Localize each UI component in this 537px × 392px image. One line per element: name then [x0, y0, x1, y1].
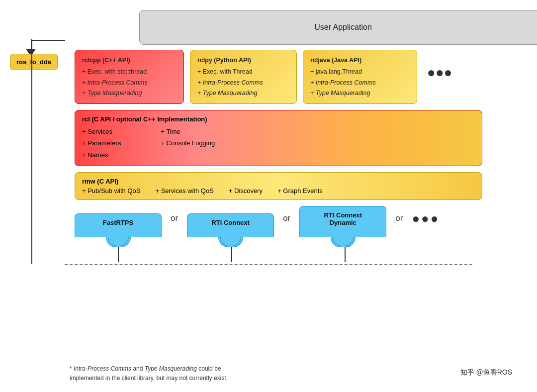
rclpy-item-0: + Exec. with Thread — [197, 67, 289, 77]
rclcpp-title: rclcpp (C++ API) — [82, 55, 177, 66]
rmw-features: + Pub/Sub with QoS + Services with QoS +… — [82, 187, 475, 195]
or-label-1: or — [162, 213, 187, 237]
rcl-full-title: rcl (C API / optional C++ Implementation… — [82, 115, 475, 123]
or-label-2: or — [274, 213, 299, 237]
dds-row: FastRTPS or RTI Connext or RTI ConnextDy… — [75, 206, 482, 237]
rclpy-box: rclpy (Python API) + Exec. with Thread +… — [190, 50, 297, 104]
rcl-col1-item-1: + Parameters — [82, 137, 121, 149]
rcl-row: rclcpp (C++ API) + Exec. with std::threa… — [75, 50, 527, 104]
rclcpp-item-1: + Intra-Process Comms — [82, 78, 177, 88]
fastrtps-label: FastRTPS — [103, 219, 133, 226]
horiz-connector-top — [31, 40, 65, 41]
rti-connext-label: RTI Connext — [211, 219, 250, 226]
rcl-col1-item-2: + Names — [82, 149, 121, 161]
rcl-full-box: rcl (C API / optional C++ Implementation… — [75, 110, 482, 166]
rmw-feature-3: + Graph Events — [277, 187, 323, 195]
rcljava-box: rcljava (Java API) + java.lang.Thread + … — [303, 50, 417, 104]
rmw-feature-2: + Discovery — [229, 187, 263, 195]
rcl-col1: + Services + Parameters + Names — [82, 126, 121, 161]
watermark: 知乎 @鱼香ROS — [460, 368, 512, 377]
rti-connext-box: RTI Connext — [187, 213, 274, 237]
dots-label-dds: ●●● — [412, 211, 440, 237]
rti-connext-dynamic-label: RTI ConnextDynamic — [324, 211, 362, 226]
bottom-note-text: * Intra-Process Comms and Type Masquerad… — [70, 365, 228, 382]
fastrtps-item: FastRTPS — [75, 213, 162, 237]
rmw-title: rmw (C API) — [82, 178, 475, 185]
rmw-feature-1: + Services with QoS — [155, 187, 213, 195]
fastrtps-box: FastRTPS — [75, 213, 162, 237]
rcljava-item-1: + Intra-Process Comms — [310, 78, 410, 88]
dds-arrows-row — [75, 238, 482, 262]
or-label-3: or — [386, 213, 412, 237]
left-vertical-line — [31, 39, 32, 264]
dashed-line — [65, 264, 472, 265]
rti-connext-item: RTI Connext — [187, 213, 274, 237]
diagram-wrapper: User Application ros_to_dds rclcpp (C++ … — [0, 0, 537, 392]
rclpy-item-2: + Type Masquerading — [197, 88, 289, 98]
watermark-text: 知乎 @鱼香ROS — [460, 368, 512, 376]
rclpy-item-1: + Intra-Process Comms — [197, 78, 289, 88]
user-application-box: User Application — [139, 10, 537, 45]
rcljava-item-2: + Type Masquerading — [310, 88, 410, 98]
rcl-col2-item-1: + Console Logging — [161, 137, 215, 149]
rcljava-title: rcljava (Java API) — [310, 55, 410, 66]
rclcpp-item-0: + Exec. with std::thread — [82, 67, 177, 77]
dots-label-rcl: ●●● — [427, 50, 452, 81]
user-application-label: User Application — [314, 23, 372, 32]
rclpy-title: rclpy (Python API) — [197, 55, 289, 66]
rti-connext-dynamic-box: RTI ConnextDynamic — [299, 206, 386, 237]
rcl-full-features: + Services + Parameters + Names + Time +… — [82, 126, 475, 161]
rcl-col2-item-0: + Time — [161, 126, 215, 137]
rcljava-item-0: + java.lang.Thread — [310, 67, 410, 77]
rcl-col1-item-0: + Services — [82, 126, 121, 137]
rmw-box: rmw (C API) + Pub/Sub with QoS + Service… — [75, 172, 482, 200]
bottom-note: * Intra-Process Comms and Type Masquerad… — [70, 364, 228, 383]
rclcpp-box: rclcpp (C++ API) + Exec. with std::threa… — [75, 50, 184, 104]
rcl-col2: + Time + Console Logging — [161, 126, 215, 161]
rclcpp-item-2: + Type Masquerading — [82, 88, 177, 98]
rmw-feature-0: + Pub/Sub with QoS — [82, 187, 140, 195]
rti-connext-dynamic-item: RTI ConnextDynamic — [299, 206, 386, 237]
ros-to-dds-label: ros_to_dds — [16, 58, 51, 66]
ros-to-dds-box: ros_to_dds — [10, 54, 58, 70]
